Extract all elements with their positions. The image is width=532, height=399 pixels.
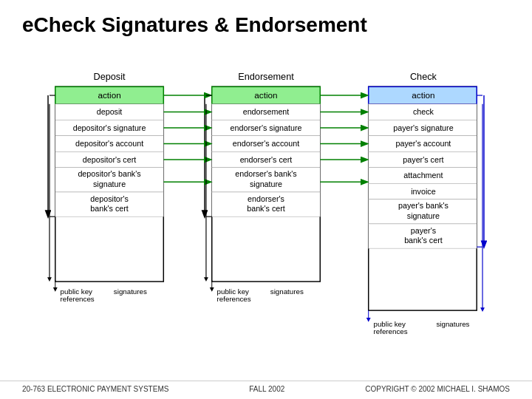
- svg-text:endorsement: endorsement: [243, 107, 290, 116]
- svg-text:endorser's cert: endorser's cert: [240, 155, 293, 164]
- footer: 20-763 ELECTRONIC PAYMENT SYSTEMS FALL 2…: [0, 381, 532, 393]
- svg-text:signature: signature: [93, 180, 126, 188]
- svg-text:payer's bank's: payer's bank's: [398, 201, 449, 210]
- svg-text:payer's account: payer's account: [396, 139, 451, 148]
- svg-text:signatures: signatures: [114, 287, 147, 296]
- svg-text:payer's: payer's: [411, 226, 436, 235]
- svg-marker-87: [204, 277, 208, 282]
- svg-marker-95: [53, 287, 58, 292]
- svg-text:Deposit: Deposit: [94, 72, 126, 82]
- svg-text:references: references: [374, 327, 408, 335]
- svg-text:attachment: attachment: [403, 171, 443, 180]
- svg-text:public key: public key: [374, 320, 406, 328]
- svg-text:endorser's account: endorser's account: [233, 139, 299, 148]
- svg-marker-91: [480, 307, 485, 312]
- svg-text:depositor's: depositor's: [90, 194, 129, 203]
- svg-text:references: references: [217, 295, 251, 303]
- svg-text:deposit: deposit: [97, 107, 123, 116]
- svg-text:public key: public key: [217, 287, 249, 296]
- svg-text:payer's signature: payer's signature: [393, 123, 453, 132]
- svg-text:signatures: signatures: [436, 320, 469, 328]
- svg-text:signature: signature: [250, 180, 282, 188]
- svg-text:public key: public key: [61, 287, 92, 296]
- svg-text:depositor's cert: depositor's cert: [83, 155, 136, 164]
- svg-marker-99: [366, 318, 371, 322]
- svg-text:depositor's account: depositor's account: [75, 139, 143, 148]
- svg-text:bank's cert: bank's cert: [247, 204, 285, 213]
- svg-text:bank's cert: bank's cert: [404, 236, 443, 245]
- page-title: eCheck Signatures & Endorsement: [0, 0, 532, 44]
- svg-text:signatures: signatures: [270, 287, 304, 296]
- svg-text:action: action: [412, 90, 434, 100]
- svg-text:bank's cert: bank's cert: [90, 204, 129, 213]
- svg-text:endorser's: endorser's: [248, 194, 284, 203]
- svg-text:Check: Check: [410, 72, 437, 82]
- svg-text:check: check: [413, 107, 434, 116]
- svg-text:endorser's bank's: endorser's bank's: [235, 169, 296, 178]
- svg-text:Endorsement: Endorsement: [238, 72, 294, 82]
- svg-text:invoice: invoice: [411, 187, 435, 196]
- footer-center: FALL 2002: [249, 385, 284, 393]
- svg-marker-83: [47, 277, 52, 282]
- footer-right: COPYRIGHT © 2002 MICHAEL I. SHAMOS: [365, 385, 510, 393]
- svg-text:action: action: [254, 90, 277, 100]
- svg-text:endorser's signature: endorser's signature: [231, 123, 302, 132]
- svg-text:depositor's signature: depositor's signature: [73, 123, 146, 132]
- svg-text:signature: signature: [407, 211, 440, 220]
- svg-text:references: references: [61, 295, 95, 303]
- footer-left: 20-763 ELECTRONIC PAYMENT SYSTEMS: [22, 385, 168, 393]
- svg-marker-97: [210, 287, 214, 292]
- svg-text:payer's cert: payer's cert: [403, 155, 443, 164]
- svg-text:depositor's bank's: depositor's bank's: [78, 169, 140, 178]
- svg-text:action: action: [98, 90, 120, 100]
- diagram: Deposit Endorsement Check action deposit…: [0, 66, 532, 377]
